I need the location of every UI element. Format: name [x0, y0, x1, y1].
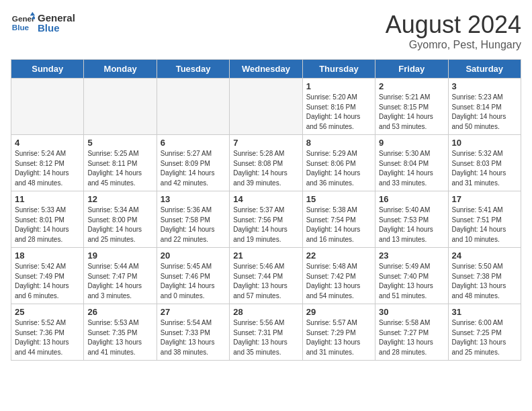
calendar-cell: 17Sunrise: 5:41 AM Sunset: 7:51 PM Dayli… [448, 191, 521, 248]
calendar-cell: 19Sunrise: 5:44 AM Sunset: 7:47 PM Dayli… [84, 248, 157, 304]
calendar-cell: 2Sunrise: 5:21 AM Sunset: 8:15 PM Daylig… [375, 79, 448, 135]
page-header: General Blue General Blue August 2024 Gy… [11, 11, 521, 51]
main-title: August 2024 [386, 11, 521, 39]
day-number: 17 [452, 194, 517, 204]
calendar-cell: 14Sunrise: 5:37 AM Sunset: 7:56 PM Dayli… [230, 191, 302, 248]
day-number: 11 [15, 194, 80, 204]
day-number: 14 [233, 194, 298, 204]
day-number: 8 [306, 138, 371, 148]
day-number: 4 [15, 138, 80, 148]
day-info: Sunrise: 5:29 AM Sunset: 8:06 PM Dayligh… [306, 149, 371, 188]
calendar-cell: 10Sunrise: 5:32 AM Sunset: 8:03 PM Dayli… [448, 135, 521, 191]
day-info: Sunrise: 5:23 AM Sunset: 8:14 PM Dayligh… [452, 93, 517, 132]
day-info: Sunrise: 5:40 AM Sunset: 7:53 PM Dayligh… [379, 205, 444, 244]
calendar-cell [157, 79, 229, 135]
logo-line2: Blue [38, 23, 75, 33]
day-info: Sunrise: 5:44 AM Sunset: 7:47 PM Dayligh… [87, 262, 152, 301]
day-info: Sunrise: 5:25 AM Sunset: 8:11 PM Dayligh… [87, 149, 152, 188]
calendar-cell: 3Sunrise: 5:23 AM Sunset: 8:14 PM Daylig… [448, 79, 521, 135]
day-number: 31 [452, 307, 517, 317]
calendar-body: 1Sunrise: 5:20 AM Sunset: 8:16 PM Daylig… [11, 79, 521, 361]
day-info: Sunrise: 5:28 AM Sunset: 8:08 PM Dayligh… [233, 149, 298, 188]
logo-line1: General [38, 13, 75, 23]
day-info: Sunrise: 5:20 AM Sunset: 8:16 PM Dayligh… [306, 93, 371, 132]
day-info: Sunrise: 5:36 AM Sunset: 7:58 PM Dayligh… [161, 205, 226, 244]
col-header-saturday: Saturday [448, 60, 521, 79]
day-info: Sunrise: 5:45 AM Sunset: 7:46 PM Dayligh… [161, 262, 226, 301]
day-number: 28 [233, 307, 298, 317]
calendar-cell: 1Sunrise: 5:20 AM Sunset: 8:16 PM Daylig… [302, 79, 375, 135]
day-info: Sunrise: 5:32 AM Sunset: 8:03 PM Dayligh… [452, 149, 517, 188]
calendar-cell [230, 79, 302, 135]
logo-icon: General Blue [11, 11, 35, 35]
week-row-3: 11Sunrise: 5:33 AM Sunset: 8:01 PM Dayli… [11, 191, 521, 248]
header-row: SundayMondayTuesdayWednesdayThursdayFrid… [11, 60, 521, 79]
day-info: Sunrise: 5:21 AM Sunset: 8:15 PM Dayligh… [379, 93, 444, 132]
day-info: Sunrise: 5:49 AM Sunset: 7:40 PM Dayligh… [379, 262, 444, 301]
day-number: 3 [452, 81, 517, 91]
calendar-cell: 11Sunrise: 5:33 AM Sunset: 8:01 PM Dayli… [11, 191, 84, 248]
subtitle: Gyomro, Pest, Hungary [386, 39, 521, 51]
calendar-cell: 24Sunrise: 5:50 AM Sunset: 7:38 PM Dayli… [448, 248, 521, 304]
title-block: August 2024 Gyomro, Pest, Hungary [386, 11, 521, 51]
calendar-cell: 20Sunrise: 5:45 AM Sunset: 7:46 PM Dayli… [157, 248, 229, 304]
calendar-cell: 5Sunrise: 5:25 AM Sunset: 8:11 PM Daylig… [84, 135, 157, 191]
calendar-cell: 7Sunrise: 5:28 AM Sunset: 8:08 PM Daylig… [230, 135, 302, 191]
day-info: Sunrise: 5:30 AM Sunset: 8:04 PM Dayligh… [379, 149, 444, 188]
calendar-cell: 15Sunrise: 5:38 AM Sunset: 7:54 PM Dayli… [302, 191, 375, 248]
day-info: Sunrise: 5:48 AM Sunset: 7:42 PM Dayligh… [306, 262, 371, 301]
calendar-cell: 9Sunrise: 5:30 AM Sunset: 8:04 PM Daylig… [375, 135, 448, 191]
day-number: 9 [379, 138, 444, 148]
day-number: 20 [161, 250, 226, 261]
day-number: 18 [15, 250, 80, 261]
day-number: 16 [379, 194, 444, 204]
day-number: 15 [306, 194, 371, 204]
calendar-cell: 4Sunrise: 5:24 AM Sunset: 8:12 PM Daylig… [11, 135, 84, 191]
day-number: 6 [161, 138, 226, 148]
week-row-2: 4Sunrise: 5:24 AM Sunset: 8:12 PM Daylig… [11, 135, 521, 191]
day-number: 12 [87, 194, 152, 204]
day-number: 26 [87, 307, 152, 317]
day-info: Sunrise: 5:38 AM Sunset: 7:54 PM Dayligh… [306, 205, 371, 244]
calendar-cell: 16Sunrise: 5:40 AM Sunset: 7:53 PM Dayli… [375, 191, 448, 248]
day-info: Sunrise: 5:27 AM Sunset: 8:09 PM Dayligh… [161, 149, 226, 188]
calendar-cell: 12Sunrise: 5:34 AM Sunset: 8:00 PM Dayli… [84, 191, 157, 248]
logo: General Blue General Blue [11, 11, 75, 35]
day-number: 24 [452, 250, 517, 261]
day-info: Sunrise: 5:33 AM Sunset: 8:01 PM Dayligh… [15, 205, 80, 244]
calendar-cell: 8Sunrise: 5:29 AM Sunset: 8:06 PM Daylig… [302, 135, 375, 191]
calendar-cell: 21Sunrise: 5:46 AM Sunset: 7:44 PM Dayli… [230, 248, 302, 304]
calendar-cell: 26Sunrise: 5:53 AM Sunset: 7:35 PM Dayli… [84, 304, 157, 361]
col-header-friday: Friday [375, 60, 448, 79]
col-header-sunday: Sunday [11, 60, 84, 79]
day-number: 29 [306, 307, 371, 317]
day-number: 27 [161, 307, 226, 317]
day-info: Sunrise: 5:58 AM Sunset: 7:27 PM Dayligh… [379, 318, 444, 357]
calendar-cell [11, 79, 84, 135]
day-number: 22 [306, 250, 371, 261]
day-number: 19 [87, 250, 152, 261]
calendar-cell: 6Sunrise: 5:27 AM Sunset: 8:09 PM Daylig… [157, 135, 229, 191]
calendar-cell: 18Sunrise: 5:42 AM Sunset: 7:49 PM Dayli… [11, 248, 84, 304]
day-number: 25 [15, 307, 80, 317]
day-info: Sunrise: 5:57 AM Sunset: 7:29 PM Dayligh… [306, 318, 371, 357]
day-number: 1 [306, 81, 371, 91]
day-number: 10 [452, 138, 517, 148]
day-number: 30 [379, 307, 444, 317]
day-info: Sunrise: 5:46 AM Sunset: 7:44 PM Dayligh… [233, 262, 298, 301]
col-header-monday: Monday [84, 60, 157, 79]
day-number: 7 [233, 138, 298, 148]
day-info: Sunrise: 5:42 AM Sunset: 7:49 PM Dayligh… [15, 262, 80, 301]
day-info: Sunrise: 5:56 AM Sunset: 7:31 PM Dayligh… [233, 318, 298, 357]
day-number: 2 [379, 81, 444, 91]
col-header-wednesday: Wednesday [230, 60, 302, 79]
day-info: Sunrise: 5:52 AM Sunset: 7:36 PM Dayligh… [15, 318, 80, 357]
calendar-cell: 25Sunrise: 5:52 AM Sunset: 7:36 PM Dayli… [11, 304, 84, 361]
day-number: 21 [233, 250, 298, 261]
svg-text:Blue: Blue [12, 23, 30, 32]
day-number: 23 [379, 250, 444, 261]
day-info: Sunrise: 6:00 AM Sunset: 7:25 PM Dayligh… [452, 318, 517, 357]
day-info: Sunrise: 5:24 AM Sunset: 8:12 PM Dayligh… [15, 149, 80, 188]
day-number: 13 [161, 194, 226, 204]
day-info: Sunrise: 5:37 AM Sunset: 7:56 PM Dayligh… [233, 205, 298, 244]
